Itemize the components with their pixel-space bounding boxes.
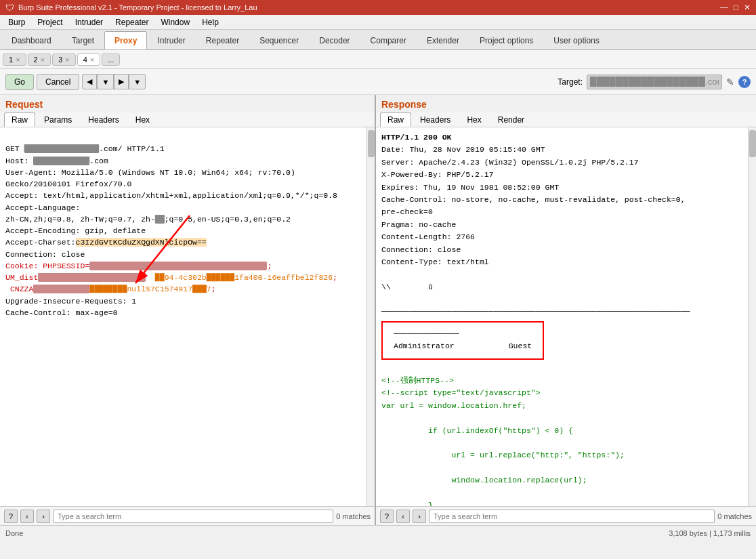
req-line-6: Accept-Language: [5, 203, 80, 212]
resp-tab-raw[interactable]: Raw [380, 112, 411, 127]
req-line-7: zh-CN,zh;q=0.8, zh-TW;q=0.7, zh-██;q=0.5… [5, 215, 291, 224]
response-match-count: 0 matches [717, 512, 752, 520]
req-tab-more[interactable]: ... [102, 54, 120, 66]
menu-window[interactable]: Window [155, 16, 195, 28]
response-title: Response [376, 95, 756, 112]
req-tab-1[interactable]: 1 × [3, 54, 26, 66]
tab-proxy[interactable]: Proxy [104, 31, 147, 49]
req-line-3: User-Agent: Mozilla/5.0 (Windows NT 10.0… [5, 168, 295, 177]
resp-tab-render[interactable]: Render [490, 112, 532, 127]
minimize-button[interactable]: — [720, 3, 728, 12]
menu-project[interactable]: Project [32, 16, 68, 28]
menu-help[interactable]: Help [196, 16, 224, 28]
close-tab-3[interactable]: × [65, 56, 69, 64]
status-text: Done [5, 529, 23, 537]
bytes-info: 3,108 bytes | 1,173 millis [669, 529, 751, 537]
resp-tab-headers[interactable]: Headers [413, 112, 458, 127]
target-input[interactable] [587, 75, 722, 89]
request-panel: Request Raw Params Headers Hex GET █████… [0, 95, 376, 525]
go-button[interactable]: Go [5, 74, 34, 90]
req-tab-params[interactable]: Params [37, 112, 79, 127]
request-match-count: 0 matches [336, 512, 371, 520]
resp-line-2: Date: Thu, 28 Nov 2019 05:15:40 GMT [381, 144, 745, 156]
close-tab-1[interactable]: × [16, 56, 20, 64]
search-help-icon[interactable]: ? [4, 510, 18, 523]
req-tab-headers[interactable]: Headers [81, 112, 126, 127]
request-panel-tabs: Raw Params Headers Hex [0, 112, 375, 127]
req-line-14: Upgrade-Insecure-Requests: 1 [5, 297, 136, 306]
title-text: Burp Suite Professional v2.1 - Temporary… [18, 3, 257, 12]
resp-search-prev-button[interactable]: ‹ [396, 510, 410, 523]
resp-admin-text: Administrator [394, 340, 455, 352]
resp-tab-hex[interactable]: Hex [459, 112, 488, 127]
response-scrollbar[interactable] [748, 127, 756, 506]
resp-js-blank2 [381, 437, 745, 449]
response-scrollbar-thumb [749, 130, 756, 157]
menu-burp[interactable]: Burp [3, 16, 30, 28]
close-tab-2[interactable]: × [41, 56, 45, 64]
request-scrollbar[interactable] [366, 127, 375, 506]
request-scrollbar-thumb [368, 130, 375, 157]
req-tab-4[interactable]: 4 × [77, 54, 101, 66]
resp-js3: url = url.replace("http:", "https:"); [381, 449, 745, 461]
fwd-button[interactable]: ▶ [114, 74, 129, 89]
resp-line-blank2 [381, 293, 745, 306]
response-code[interactable]: HTTP/1.1 200 OK Date: Thu, 28 Nov 2019 0… [376, 127, 756, 506]
req-tab-raw[interactable]: Raw [4, 112, 35, 127]
edit-icon[interactable]: ✎ [726, 77, 734, 87]
tab-extender[interactable]: Extender [417, 31, 469, 49]
resp-line-9: Content-Length: 2766 [381, 231, 745, 243]
help-icon[interactable]: ? [738, 76, 751, 88]
tab-decoder[interactable]: Decoder [309, 31, 360, 49]
close-tab-4[interactable]: × [90, 56, 94, 64]
response-search-input[interactable] [429, 510, 715, 523]
request-search-input[interactable] [53, 510, 333, 523]
response-panel-tabs: Raw Headers Hex Render [376, 112, 756, 127]
resp-js1: var url = window.location.href; [381, 400, 745, 412]
resp-search-next-button[interactable]: › [413, 510, 426, 523]
search-prev-button[interactable]: ‹ [20, 510, 34, 523]
back-button[interactable]: ◀ [82, 74, 97, 89]
target-area: Target: ✎ ? [558, 75, 751, 89]
main-tab-bar: Dashboard Target Proxy Intruder Repeater… [0, 30, 756, 50]
resp-line-3: Server: Apache/2.4.23 (Win32) OpenSSL/1.… [381, 157, 745, 169]
req-line-1: GET ████████████████.com/ HTTP/1.1 [5, 144, 165, 153]
tab-user-options[interactable]: User options [543, 31, 609, 49]
req-tab-3[interactable]: 3 × [52, 54, 76, 66]
resp-line-6: Cache-Control: no-store, no-cache, must-… [381, 194, 745, 206]
tab-sequencer[interactable]: Sequencer [249, 31, 309, 49]
tab-target[interactable]: Target [62, 31, 104, 49]
cancel-button[interactable]: Cancel [37, 74, 79, 90]
req-tab-2[interactable]: 2 × [28, 54, 51, 66]
tab-dashboard[interactable]: Dashboard [1, 31, 62, 49]
resp-line-7: pre-check=0 [381, 206, 745, 218]
fwd-dropdown[interactable]: ▼ [97, 74, 114, 89]
resp-line-4: X-Powered-By: PHP/5.2.17 [381, 169, 745, 181]
close-button[interactable]: ✕ [744, 3, 751, 12]
req-line-2: Host: ████████████.com [5, 157, 108, 165]
search-next-button[interactable]: › [37, 510, 50, 523]
tab-repeater[interactable]: Repeater [196, 31, 249, 49]
tab-comparer[interactable]: Comparer [360, 31, 417, 49]
resp-redbox-line: ──────────────AdministratorGuest [381, 318, 745, 363]
tab-project-options[interactable]: Project options [469, 31, 543, 49]
resp-line-special: \\ û [381, 281, 745, 293]
window-controls[interactable]: — □ ✕ [720, 3, 751, 12]
resp-js-blank1 [381, 412, 745, 424]
tab-intruder[interactable]: Intruder [147, 31, 195, 49]
maximize-button[interactable]: □ [734, 3, 738, 12]
target-label: Target: [558, 77, 583, 87]
fwd-dropdown2[interactable]: ▼ [129, 74, 146, 89]
window-title: 🛡 Burp Suite Professional v2.1 - Tempora… [5, 3, 257, 13]
resp-line-1: HTTP/1.1 200 OK [381, 131, 745, 144]
resp-line-5: Expires: Thu, 19 Nov 1981 08:52:00 GMT [381, 182, 745, 194]
request-code[interactable]: GET ████████████████.com/ HTTP/1.1 Host:… [0, 127, 375, 506]
resp-search-help-icon[interactable]: ? [380, 510, 394, 523]
response-search-bar: ? ‹ › 0 matches [376, 506, 756, 525]
request-content: GET ████████████████.com/ HTTP/1.1 Host:… [0, 127, 375, 506]
menu-repeater[interactable]: Repeater [110, 16, 154, 28]
menu-intruder[interactable]: Intruder [70, 16, 108, 28]
req-line-4: Gecko/20100101 Firefox/70.0 [5, 180, 131, 188]
req-tab-hex[interactable]: Hex [128, 112, 157, 127]
menu-bar: Burp Project Intruder Repeater Window He… [0, 15, 756, 30]
